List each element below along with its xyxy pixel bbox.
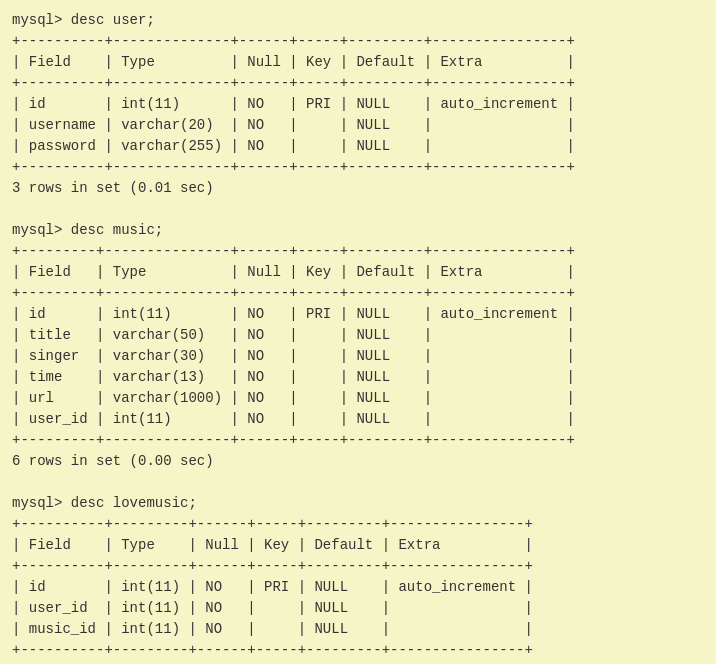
terminal-container: mysql> desc user; +----------+----------… [12, 10, 704, 664]
